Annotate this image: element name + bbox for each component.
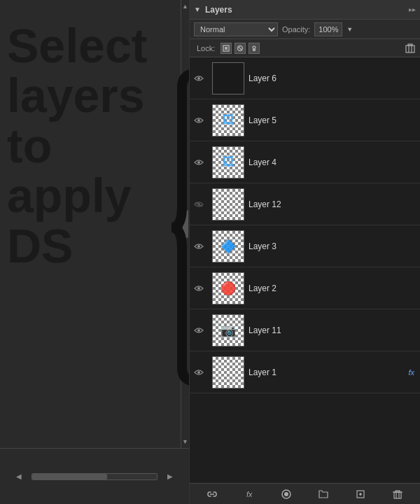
svg-rect-4 [253,48,255,51]
instruction-text: Select layers to apply DS [7,21,147,271]
scroll-right-arrow[interactable]: ▶ [163,472,177,482]
layer-thumbnail [212,356,244,388]
lock-row: Lock: [190,39,420,57]
fx-btn[interactable]: fx [241,486,257,502]
layer-visibility-toggle[interactable] [190,267,208,309]
layer-name: Layer 2 [248,284,419,293]
svg-rect-5 [406,46,414,52]
canvas-area: Select layers to apply DS ◀ ▶ ▲ ▼ [0,0,189,504]
layer-fx-badge: fx [408,368,414,377]
layer-visibility-toggle[interactable] [190,141,208,183]
panel-toolbar: fx [190,483,420,504]
delete-layer-btn[interactable] [390,486,405,502]
opacity-input[interactable]: 100% [314,22,342,36]
panel-title: Layers [205,5,409,15]
svg-rect-24 [394,492,401,498]
canvas-content: Select layers to apply DS [0,0,189,448]
svg-rect-8 [408,44,412,46]
layer-thumbnail: 🖼 [212,104,244,136]
opacity-label: Opacity: [282,25,310,34]
lock-icons [220,43,260,54]
layer-name: Layer 11 [248,326,419,335]
layer-thumbnail: 📷 [212,314,244,346]
delete-icon[interactable] [405,43,416,54]
layer-row[interactable]: 🔴Layer 2 [190,267,420,309]
svg-point-11 [197,161,200,164]
layer-name: Layer 12 [248,200,419,209]
layer-name: Layer 5 [248,115,419,125]
layer-name: Layer 6 [248,74,419,83]
svg-point-9 [197,77,200,80]
layer-visibility-toggle[interactable] [190,57,208,99]
svg-point-16 [197,329,200,332]
new-group-btn[interactable] [316,486,331,502]
layer-name: Layer 1 [248,368,408,377]
lock-transparent-btn[interactable] [220,43,232,54]
layers-panel: ▼ Layers ▸▸ Normal Opacity: 100% ▼ Lock: [189,0,420,504]
svg-rect-1 [225,47,227,50]
svg-point-10 [197,119,200,122]
link-layers-btn[interactable] [204,486,220,502]
svg-point-20 [284,492,288,496]
layer-row[interactable]: 🔷Layer 3 [190,225,420,267]
layer-visibility-toggle[interactable] [190,351,208,393]
layer-visibility-toggle[interactable] [190,309,208,351]
canvas-bottom-bar: ◀ ▶ [0,448,189,504]
layer-thumbnail: 🖼 [212,146,244,178]
panel-collapse-arrow[interactable]: ▼ [194,6,201,13]
canvas-scroll-down[interactable]: ▼ [182,438,188,445]
layer-thumbnail: 🔴 [212,272,244,304]
layers-list[interactable]: Layer 6 🖼Layer 5 🖼Layer 4 Layer 12 🔷Laye… [190,57,420,483]
layer-name: Layer 4 [248,158,419,167]
blend-mode-row: Normal Opacity: 100% ▼ [190,20,420,39]
lock-image-btn[interactable] [234,43,246,54]
layer-name: Layer 3 [248,241,419,251]
blend-mode-select[interactable]: Normal [194,22,278,36]
layer-thumbnail: 🔷 [212,230,244,262]
canvas-scroll-up[interactable]: ▲ [182,3,188,10]
svg-point-14 [197,245,200,248]
layer-row[interactable]: Layer 1fx [190,351,420,393]
brace-overlay [168,66,189,388]
layer-thumbnail [212,62,244,94]
svg-point-17 [197,371,200,374]
layer-row[interactable]: 📷Layer 11 [190,309,420,351]
layer-visibility-toggle[interactable] [190,183,208,225]
layer-row[interactable]: Layer 12 [190,183,420,225]
panel-expand-icon[interactable]: ▸▸ [409,6,416,13]
svg-point-15 [197,287,200,290]
layer-visibility-toggle[interactable] [190,99,208,141]
mask-btn[interactable] [279,486,294,502]
new-layer-btn[interactable] [353,486,368,502]
opacity-dropdown[interactable]: ▼ [346,26,353,33]
panel-header: ▼ Layers ▸▸ [190,0,420,20]
layer-row[interactable]: 🖼Layer 5 [190,99,420,141]
layer-row[interactable]: Layer 6 [190,57,420,99]
layer-thumbnail [212,188,244,220]
layer-row[interactable]: 🖼Layer 4 [190,141,420,183]
layer-visibility-toggle[interactable] [190,225,208,267]
lock-position-btn[interactable] [248,43,260,54]
lock-label: Lock: [197,44,215,52]
scroll-left-arrow[interactable]: ◀ [12,472,26,482]
